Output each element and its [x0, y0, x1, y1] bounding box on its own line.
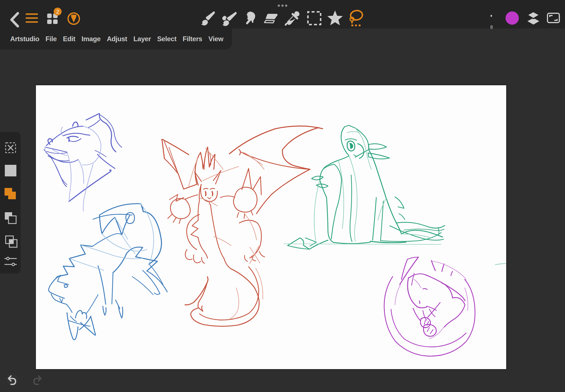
- svg-text:2: 2: [56, 9, 59, 15]
- svg-text:8: 8: [490, 25, 493, 30]
